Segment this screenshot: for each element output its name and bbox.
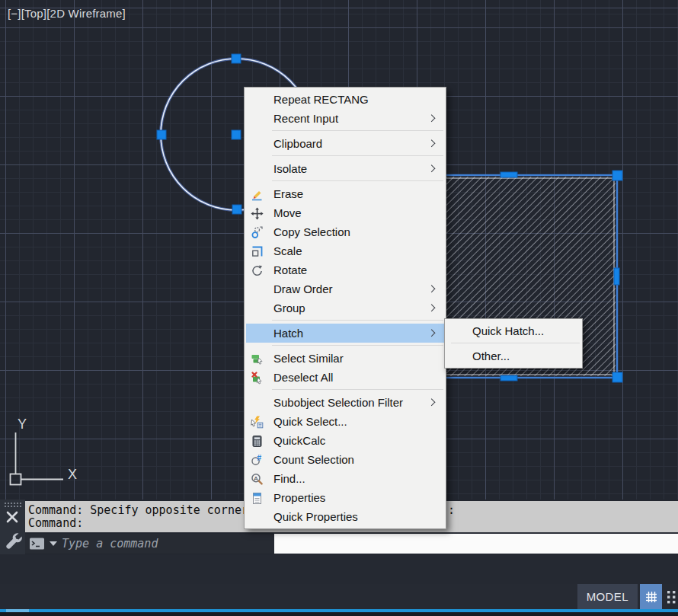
quickcalc-icon — [251, 434, 264, 447]
model-space-button[interactable]: MODEL — [577, 584, 638, 609]
hatch-submenu: Quick Hatch...Other... — [444, 318, 583, 369]
menu-item-other[interactable]: Other... — [446, 346, 580, 365]
grid-toggle-button[interactable] — [640, 584, 662, 609]
menu-item-label: Quick Select... — [273, 415, 347, 428]
menu-item-label: Move — [273, 206, 302, 219]
menu-item-label: Select Similar — [273, 352, 344, 365]
erase-icon — [251, 187, 264, 200]
menu-separator — [272, 389, 443, 390]
menu-item-label: Isolate — [273, 162, 307, 175]
menu-item-scale[interactable]: Scale — [246, 241, 444, 260]
submenu-arrow-icon — [428, 304, 436, 311]
menu-item-label: Group — [273, 302, 305, 314]
menu-item-label: Erase — [273, 187, 303, 200]
viewport-visual-style-control[interactable]: [2D Wireframe] — [46, 7, 126, 20]
ucs-y-label: Y — [18, 417, 27, 432]
menu-item-subobject-selection-filter[interactable]: Subobject Selection Filter — [246, 393, 444, 412]
rotate-icon — [251, 263, 264, 276]
menu-separator — [272, 345, 443, 346]
viewport-controls: [−][Top][2D Wireframe] — [8, 7, 126, 20]
move-icon — [251, 206, 264, 219]
lower-spacer — [0, 554, 678, 584]
submenu-arrow-icon — [428, 329, 436, 337]
status-bar: MODEL — [0, 584, 678, 609]
menu-separator — [272, 180, 443, 181]
menu-item-quickcalc[interactable]: QuickCalc — [246, 431, 444, 450]
find-icon: A — [251, 472, 264, 485]
customization-button[interactable] — [665, 584, 678, 609]
menu-item-quick-select[interactable]: Quick Select... — [246, 412, 444, 431]
customize-wrench-icon[interactable] — [6, 533, 21, 548]
menu-item-erase[interactable]: Erase — [246, 184, 444, 203]
menu-item-label: QuickCalc — [273, 434, 325, 447]
menu-separator — [272, 130, 443, 131]
quick-select-icon — [251, 415, 264, 428]
grid-toggle-icon — [644, 590, 658, 604]
count-selection-icon: # — [251, 453, 264, 466]
menu-item-label: Hatch — [273, 327, 303, 340]
menu-item-label: Quick Hatch... — [472, 324, 544, 337]
menu-item-find[interactable]: AFind... — [246, 469, 444, 488]
menu-item-hatch[interactable]: Hatch — [246, 324, 444, 343]
close-icon[interactable] — [8, 512, 17, 522]
menu-item-select-similar[interactable]: Select Similar — [246, 349, 444, 368]
viewport-menu-control[interactable]: [−] — [8, 7, 21, 20]
recent-commands-dropdown-icon[interactable] — [50, 541, 57, 546]
menu-item-recent-input[interactable]: Recent Input — [246, 109, 444, 128]
submenu-arrow-icon — [428, 164, 436, 172]
menu-item-repeat-rectang[interactable]: Repeat RECTANG — [246, 90, 444, 109]
select-similar-icon — [251, 352, 264, 365]
menu-item-label: Find... — [273, 472, 305, 485]
menu-item-label: Properties — [273, 491, 325, 504]
menu-item-move[interactable]: Move — [246, 203, 444, 222]
menu-item-quick-hatch[interactable]: Quick Hatch... — [446, 321, 580, 340]
menu-item-label: Repeat RECTANG — [273, 93, 369, 106]
svg-text:A: A — [254, 475, 258, 482]
menu-item-label: Deselect All — [273, 371, 333, 384]
menu-separator — [451, 343, 580, 343]
menu-item-label: Clipboard — [273, 137, 322, 150]
ucs-icon: Y X — [11, 417, 78, 485]
menu-item-count-selection[interactable]: #Count Selection — [246, 450, 444, 469]
window-bottom-edge — [0, 612, 678, 616]
menu-item-label: Recent Input — [273, 112, 338, 125]
menu-item-properties[interactable]: Properties — [246, 488, 444, 507]
copy-selection-icon — [251, 225, 264, 238]
menu-item-group[interactable]: Group — [246, 298, 444, 318]
menu-item-clipboard[interactable]: Clipboard — [246, 134, 444, 153]
menu-item-isolate[interactable]: Isolate — [246, 159, 444, 178]
menu-item-label: Other... — [472, 349, 510, 362]
svg-text:#: # — [257, 454, 261, 462]
submenu-arrow-icon — [428, 114, 436, 122]
menu-item-label: Subobject Selection Filter — [273, 396, 403, 409]
submenu-arrow-icon — [428, 398, 436, 406]
menu-item-quick-properties[interactable]: Quick Properties — [246, 507, 444, 526]
context-menu: Repeat RECTANGRecent InputClipboardIsola… — [244, 87, 446, 529]
command-input-placeholder: Type a command — [62, 537, 158, 551]
properties-icon — [251, 491, 264, 504]
menu-item-label: Scale — [273, 244, 302, 257]
menu-item-label: Draw Order — [273, 282, 333, 295]
deselect-all-icon — [251, 371, 264, 384]
command-input-row[interactable]: Type a command — [25, 534, 678, 554]
command-panel-toolstrip — [0, 500, 25, 554]
command-prompt-icon — [29, 537, 46, 551]
toolstrip-icons — [0, 500, 25, 554]
menu-separator — [272, 320, 443, 321]
ucs-x-label: X — [68, 467, 77, 482]
menu-item-label: Rotate — [273, 263, 307, 276]
submenu-arrow-icon — [428, 285, 436, 292]
submenu-arrow-icon — [428, 139, 436, 147]
command-input[interactable]: Type a command — [25, 534, 274, 554]
menu-item-deselect-all[interactable]: Deselect All — [246, 368, 444, 387]
menu-item-copy-selection[interactable]: Copy Selection — [246, 222, 444, 241]
menu-item-label: Quick Properties — [273, 510, 358, 523]
menu-item-draw-order[interactable]: Draw Order — [246, 279, 444, 298]
scale-icon — [251, 244, 264, 257]
menu-item-label: Count Selection — [273, 453, 354, 466]
customization-dots-icon — [667, 589, 676, 605]
menu-item-rotate[interactable]: Rotate — [246, 260, 444, 279]
autocad-window: Y X [−][Top][2D Wireframe] Repeat RECTAN… — [0, 0, 678, 616]
drag-handle-icon[interactable] — [5, 503, 21, 507]
viewport-view-control[interactable]: [Top] — [21, 7, 47, 20]
